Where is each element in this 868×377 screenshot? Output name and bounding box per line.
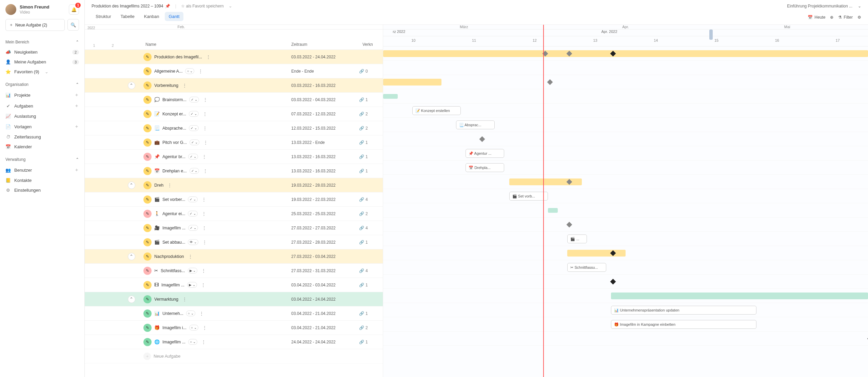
edit-icon[interactable]: ✎ xyxy=(143,81,152,90)
more-icon[interactable]: ⋮ xyxy=(187,254,194,259)
tab-kanban[interactable]: Kanban xyxy=(140,12,163,21)
plus-icon[interactable]: ＋ xyxy=(74,167,79,173)
edit-icon[interactable]: ✎ xyxy=(143,153,152,161)
collapse-button[interactable]: ⌃ xyxy=(128,253,135,260)
status-chip[interactable]: ▶ ⌄ xyxy=(187,282,197,288)
sidebar-item[interactable]: 📅 Kalender xyxy=(0,142,84,152)
timeline-track[interactable] xyxy=(383,46,868,61)
milestone-diamond[interactable] xyxy=(479,136,485,142)
edit-icon[interactable]: ✎ xyxy=(143,195,152,204)
search-button[interactable]: 🔍 xyxy=(67,19,79,31)
task-row[interactable]: ✎ 🎬 Set vorber... ✓ ⌄ ⋮ 19.03.2022 - 22.… xyxy=(85,192,383,207)
add-task-row[interactable]: ＋ Neue Aufgabe xyxy=(85,349,383,363)
edit-icon[interactable]: ✎ xyxy=(143,267,152,275)
chevron-down-icon[interactable]: ⌄ xyxy=(229,3,232,8)
task-group-row[interactable]: ⌃ ✎ Nachproduktion ⋮ 27.03.2022 - 03.04.… xyxy=(85,249,383,264)
status-chip[interactable]: ✓ ⌄ xyxy=(188,196,198,202)
task-bar[interactable]: 🎁 Imagefilm in Kampagne einbetten xyxy=(611,320,756,329)
filter-button[interactable]: ⚗Filter xyxy=(838,15,853,20)
sidebar-item[interactable]: ⭐ Favoriten (9)⌄ xyxy=(0,67,84,77)
status-chip[interactable]: ✓ ⌄ xyxy=(190,168,199,174)
more-icon[interactable]: ⋮ xyxy=(200,339,207,344)
edit-icon[interactable]: ✎ xyxy=(143,67,152,75)
timeline-track[interactable]: 🎁 Imagefilm in Kampagne einbetten xyxy=(383,317,868,332)
sidebar-item[interactable]: 👤 Meine Aufgaben3 xyxy=(0,57,84,67)
more-icon[interactable]: ⋮ xyxy=(201,126,209,131)
task-bar[interactable]: 📌 Agentur ... xyxy=(466,149,504,158)
task-row[interactable]: ✎ 🎥 Imagefilm ... ✓ ⌄ ⋮ 27.03.2022 - 27.… xyxy=(85,221,383,235)
settings-button[interactable]: ⚙ xyxy=(857,15,861,20)
more-icon[interactable]: ⋮ xyxy=(201,225,208,230)
group-bar[interactable] xyxy=(548,208,558,213)
timeline-track[interactable] xyxy=(383,61,868,75)
timeline-track[interactable]: 🎬 Set vorb... xyxy=(383,189,868,203)
section-organisation[interactable]: Organisation ⌃ xyxy=(0,79,84,90)
timeline-track[interactable] xyxy=(383,175,868,189)
collapse-button[interactable]: ⌃ xyxy=(128,182,135,189)
status-chip[interactable]: ○ ⌄ xyxy=(189,325,198,331)
section-mein-bereich[interactable]: Mein Bereich ⌃ xyxy=(0,37,84,47)
more-icon[interactable]: ⋮ xyxy=(197,69,204,74)
task-row[interactable]: ✎ 📊 Unterneh... ○ ⌄ ⋮ 03.04.2022 - 21.04… xyxy=(85,306,383,321)
edit-icon[interactable]: ✎ xyxy=(143,338,152,346)
more-icon[interactable]: ⋮ xyxy=(205,54,212,59)
more-icon[interactable]: ⋮ xyxy=(201,325,208,330)
sidebar-item[interactable]: ✔ Aufgaben＋ xyxy=(0,100,84,111)
sidebar-item[interactable]: ⏱ Zeiterfassung xyxy=(0,132,84,142)
add-button[interactable]: ⊕ xyxy=(830,15,833,20)
task-row[interactable]: ✎ Allgemeine A... ○ ⌄ ⋮ Ende - Ende 🔗0 xyxy=(85,64,383,78)
task-row[interactable]: ✎ 📅 Drehplan e... ✓ ⌄ ⋮ 13.03.2022 - 16.… xyxy=(85,164,383,178)
status-chip[interactable]: ✓ ⌄ xyxy=(188,154,198,159)
task-bar[interactable]: 🎬 Set vorb... xyxy=(509,192,548,201)
more-icon[interactable]: ⋮ xyxy=(200,268,207,273)
timeline-track[interactable]: 📌 Agentur ... xyxy=(383,146,868,161)
timeline-track[interactable] xyxy=(383,275,868,289)
task-row[interactable]: ✎ 📌 Agentur br... ✓ ⌄ ⋮ 13.03.2022 - 16.… xyxy=(85,150,383,164)
edit-icon[interactable]: ✎ xyxy=(143,96,152,104)
plus-icon[interactable]: ＋ xyxy=(74,92,79,98)
more-icon[interactable]: ⋮ xyxy=(200,211,208,216)
task-bar[interactable]: 📃 Absprac... xyxy=(456,120,495,129)
edit-icon[interactable]: ✎ xyxy=(143,110,152,118)
task-bar[interactable]: ✂ Schnittfassu... xyxy=(567,263,606,272)
pin-icon[interactable]: 📌 xyxy=(165,4,170,8)
timeline-pane[interactable]: März Apr. Mai rz 2022 Apr. 2022 10111213… xyxy=(383,25,868,377)
sidebar-item[interactable]: 📊 Projekte＋ xyxy=(0,90,84,100)
edit-icon[interactable]: ✎ xyxy=(143,309,152,318)
tab-gantt[interactable]: Gantt xyxy=(165,12,184,21)
notifications-button[interactable]: 🔔 1 xyxy=(69,4,79,15)
timeline-track[interactable] xyxy=(383,289,868,303)
edit-icon[interactable]: ✎ xyxy=(143,167,152,175)
range-handle-right[interactable] xyxy=(709,30,713,40)
more-icon[interactable]: ⋮ xyxy=(200,197,208,202)
task-row[interactable]: ✎ 💼 Pitch vor G... ✓ ⌄ ⋮ 13.03.2022 - En… xyxy=(85,135,383,150)
sidebar-item[interactable]: 📣 Neuigkeiten2 xyxy=(0,47,84,57)
more-icon[interactable]: ⋮ xyxy=(202,140,209,145)
more-icon[interactable]: ⋮ xyxy=(202,97,209,102)
tab-tabelle[interactable]: Tabelle xyxy=(117,12,139,21)
task-group-row[interactable]: ⌃ ✎ Vorbereitung ⋮ 03.03.2022 - 16.03.20… xyxy=(85,78,383,93)
task-row[interactable]: ✎ ✂ Schnittfass... ▶ ⌄ ⋮ 27.03.2022 - 31… xyxy=(85,264,383,278)
edit-icon[interactable]: ✎ xyxy=(143,324,152,332)
timeline-track[interactable] xyxy=(383,75,868,89)
task-row[interactable]: ✎ 🎬 Set abbau... 👁 ⌄ ⋮ 27.03.2022 - 28.0… xyxy=(85,235,383,249)
task-row[interactable]: ✎ 📝 Konzept er... ✓ ⌄ ⋮ 07.03.2022 - 12.… xyxy=(85,107,383,121)
sidebar-item[interactable]: 📄 Vorlagen＋ xyxy=(0,121,84,132)
timeline-track[interactable]: 📝 Konzept erstellen xyxy=(383,103,868,118)
group-bar[interactable] xyxy=(383,50,868,57)
task-row[interactable]: ✎ 🌐 Imagefilm ... ○ ⌄ ⋮ 24.04.2022 - 24.… xyxy=(85,335,383,349)
edit-icon[interactable]: ✎ xyxy=(143,181,152,189)
tab-struktur[interactable]: Struktur xyxy=(92,12,115,21)
timeline-track[interactable] xyxy=(383,132,868,146)
status-chip[interactable]: ○ ⌄ xyxy=(185,68,194,74)
status-chip[interactable]: ✓ ⌄ xyxy=(188,211,198,216)
more-icon[interactable]: ⋮ xyxy=(166,183,173,188)
status-chip[interactable]: ○ ⌄ xyxy=(188,339,197,345)
task-row[interactable]: ✎ 💭 Brainstorm... ✓ ⌄ ⋮ 03.03.2022 - 04.… xyxy=(85,93,383,107)
task-bar[interactable]: 🎬 ... xyxy=(567,234,587,243)
status-chip[interactable]: 👁 ⌄ xyxy=(188,239,198,245)
task-row[interactable]: ✎ 🎁 Imagefilm i... ○ ⌄ ⋮ 03.04.2022 - 21… xyxy=(85,321,383,335)
milestone-diamond[interactable] xyxy=(567,222,572,228)
edit-icon[interactable]: ✎ xyxy=(143,138,152,147)
edit-icon[interactable]: ✎ xyxy=(143,224,152,232)
